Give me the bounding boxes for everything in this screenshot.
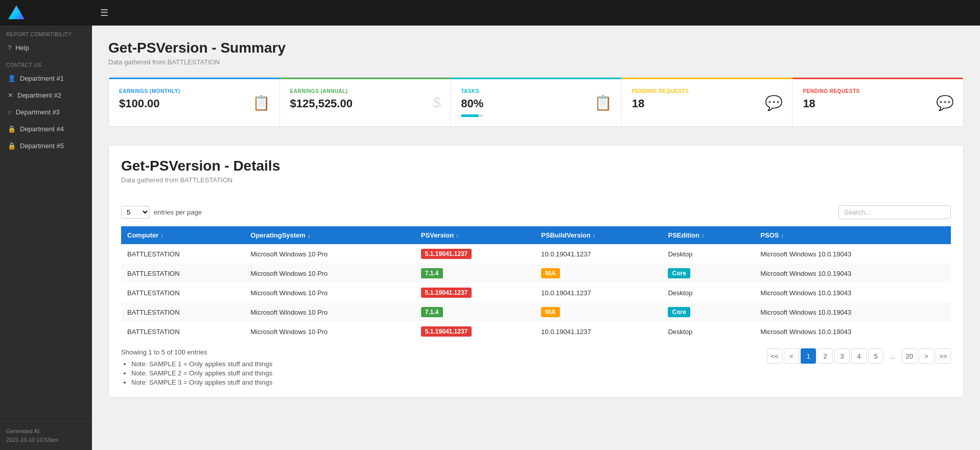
card-top: PENDING REQUESTS 18 💬: [632, 88, 782, 110]
page-last[interactable]: >>: [936, 348, 951, 364]
stat-card-pending-1: PENDING REQUESTS 18 💬: [622, 78, 793, 126]
table-cell-2-5: Microsoft Windows 10.0.19043: [754, 283, 951, 302]
table-cell-3-5: Microsoft Windows 10.0.19043: [754, 302, 951, 322]
table-cell-3-1: Microsoft Windows 10 Pro: [244, 302, 415, 322]
entries-select[interactable]: 5102550100: [121, 206, 150, 219]
topbar: ☰: [92, 0, 980, 26]
summary-subtitle: Data gathered from BATTLESTATION: [108, 58, 964, 66]
stat-card-earnings-monthly: EARNINGS (MONTHLY) $100.00 📋: [109, 78, 280, 126]
table-cell-2-2: 5.1.19041.1237: [415, 283, 535, 302]
table-cell-0-4: Desktop: [662, 244, 754, 264]
table-cell-3-3: N\A: [535, 302, 662, 322]
generated-value: 2021-10-10 10:53am: [6, 436, 86, 445]
sidebar-item-dept5[interactable]: 🔒Department #5: [0, 137, 92, 154]
page-btn-20[interactable]: 20: [902, 348, 917, 364]
table-cell-2-3: 10.0.19041.1237: [535, 283, 662, 302]
col-header-psversion[interactable]: PSVersion↕: [415, 226, 535, 244]
card-top: EARNINGS (MONTHLY) $100.00 📋: [119, 88, 269, 110]
sort-icon-psbuildversion: ↕: [593, 232, 596, 239]
search-input[interactable]: [838, 205, 951, 219]
sidebar-item-dept4[interactable]: 🔒Department #4: [0, 121, 92, 137]
details-title: Get-PSVersion - Details: [121, 158, 951, 174]
page-btn-3[interactable]: 3: [834, 348, 850, 364]
table-cell-4-4: Desktop: [662, 322, 754, 341]
page-next[interactable]: >: [919, 348, 934, 364]
table-cell-4-0: BATTLESTATION: [121, 322, 244, 341]
details-subtitle: Data gathered from BATTLESTATION: [121, 176, 951, 184]
page-btn-2[interactable]: 2: [818, 348, 833, 364]
sidebar-item-dept1[interactable]: 👤Department #1: [0, 70, 92, 87]
table-cell-0-0: BATTLESTATION: [121, 244, 244, 264]
sidebar-icon-dept3: ○: [8, 108, 12, 116]
sidebar-icon-dept5: 🔒: [8, 142, 16, 150]
page-prev[interactable]: <: [784, 348, 799, 364]
page-btn-5[interactable]: 5: [868, 348, 883, 364]
note-item: Note: SAMPLE 1 = Only applies stuff and …: [131, 360, 272, 368]
table-cell-1-2: 7.1.4: [415, 264, 535, 283]
table-controls: 5102550100 entries per page: [121, 205, 951, 219]
col-header-psos[interactable]: PSOS↕: [754, 226, 951, 244]
badge: Core: [668, 307, 690, 317]
sidebar-icon-dept2: ✕: [8, 91, 13, 99]
badge: 7.1.4: [421, 268, 443, 278]
table-cell-4-1: Microsoft Windows 10 Pro: [244, 322, 415, 341]
sidebar-label-dept5: Department #5: [20, 142, 64, 150]
col-header-os[interactable]: OperatingSystem↕: [244, 226, 415, 244]
sidebar-item-dept2[interactable]: ✕Department #2: [0, 87, 92, 104]
table-row: BATTLESTATIONMicrosoft Windows 10 Pro7.1…: [121, 264, 951, 283]
table-cell-0-5: Microsoft Windows 10.0.19043: [754, 244, 951, 264]
content-area: Get-PSVersion - Summary Data gathered fr…: [92, 26, 980, 450]
table-cell-4-3: 10.0.19041.1237: [535, 322, 662, 341]
card-value-earnings-annual: $125,525.00: [290, 97, 353, 110]
table-cell-0-2: 5.1.19041.1237: [415, 244, 535, 264]
entries-wrap: 5102550100 entries per page: [121, 206, 202, 219]
table-row: BATTLESTATIONMicrosoft Windows 10 Pro5.1…: [121, 283, 951, 302]
badge: N\A: [541, 268, 560, 278]
sidebar-item-dept3[interactable]: ○Department #3: [0, 104, 92, 121]
table-cell-1-4: Core: [662, 264, 754, 283]
card-label-pending-1: PENDING REQUESTS: [632, 88, 689, 94]
sidebar-item-help[interactable]: ?Help: [0, 39, 92, 56]
footer-left: Showing 1 to 5 of 100 entries Note: SAMP…: [121, 348, 272, 388]
card-label-pending-2: PENDING REQUESTS: [803, 88, 859, 94]
table-cell-4-2: 5.1.19041.1237: [415, 322, 535, 341]
card-top: TASKS 80% 📋: [461, 88, 611, 117]
card-top: PENDING REQUESTS 18 💬: [803, 88, 953, 110]
badge: Core: [668, 268, 690, 278]
entries-label: entries per page: [154, 208, 202, 216]
table-cell-3-2: 7.1.4: [415, 302, 535, 322]
sidebar-label-dept1: Department #1: [20, 75, 64, 82]
card-icon-tasks: 📋: [594, 94, 612, 111]
notes-list: Note: SAMPLE 1 = Only applies stuff and …: [121, 360, 272, 386]
card-value-earnings-monthly: $100.00: [119, 97, 180, 110]
stat-bar: [461, 114, 483, 117]
page-first[interactable]: <<: [767, 348, 782, 364]
card-label-tasks: TASKS: [461, 88, 483, 94]
sidebar-section-label: REPORT COMPATIBILITY: [0, 26, 92, 39]
table-body: BATTLESTATIONMicrosoft Windows 10 Pro5.1…: [121, 244, 951, 341]
card-icon-earnings-monthly: 📋: [252, 94, 270, 111]
table-row: BATTLESTATIONMicrosoft Windows 10 Pro5.1…: [121, 322, 951, 341]
table-head: Computer↕OperatingSystem↕PSVersion↕PSBui…: [121, 226, 951, 244]
col-header-computer[interactable]: Computer↕: [121, 226, 244, 244]
card-content: TASKS 80%: [461, 88, 483, 117]
table-cell-2-0: BATTLESTATION: [121, 283, 244, 302]
details-section: Get-PSVersion - Details Data gathered fr…: [108, 145, 964, 397]
col-header-psbuildversion[interactable]: PSBuildVersion↕: [535, 226, 662, 244]
page-btn-1[interactable]: 1: [801, 348, 816, 364]
table-cell-3-0: BATTLESTATION: [121, 302, 244, 322]
page-btn-4[interactable]: 4: [851, 348, 867, 364]
sort-icon-computer: ↕: [160, 232, 164, 239]
card-value-tasks: 80%: [461, 97, 483, 110]
card-content: EARNINGS (ANNUAL) $125,525.00: [290, 88, 353, 110]
col-header-psedition[interactable]: PSEdition↕: [662, 226, 754, 244]
table-footer: Showing 1 to 5 of 100 entries Note: SAMP…: [121, 348, 951, 388]
table-cell-3-4: Core: [662, 302, 754, 322]
hamburger-menu[interactable]: ☰: [100, 7, 108, 18]
table-cell-0-3: 10.0.19041.1237: [535, 244, 662, 264]
table-cell-1-5: Microsoft Windows 10.0.19043: [754, 264, 951, 283]
card-icon-pending-2: 💬: [936, 94, 954, 111]
generated-label: Generated At:: [6, 427, 86, 436]
summary-title: Get-PSVersion - Summary: [108, 40, 964, 56]
card-content: PENDING REQUESTS 18: [803, 88, 859, 110]
